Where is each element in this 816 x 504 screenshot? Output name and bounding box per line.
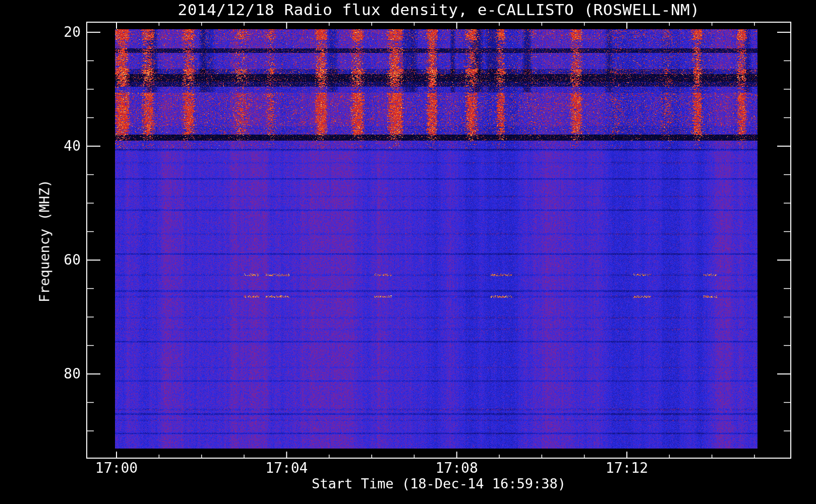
x-axis-label: Start Time (18-Dec-14 16:59:38) <box>87 476 791 491</box>
x-tick-label: 17:08 <box>417 460 497 477</box>
y-tick-label: 20 <box>10 24 81 41</box>
spectrogram-canvas <box>0 0 816 504</box>
y-tick-label: 60 <box>10 251 81 269</box>
x-tick-label: 17:04 <box>246 460 327 477</box>
chart-title: 2014/12/18 Radio flux density, e-CALLIST… <box>87 1 791 19</box>
x-tick-label: 17:00 <box>76 460 157 477</box>
y-tick-label: 40 <box>10 138 81 155</box>
spectrogram-page: 2014/12/18 Radio flux density, e-CALLIST… <box>0 0 816 504</box>
y-tick-label: 80 <box>10 365 81 383</box>
y-axis-label: Frequency (MHZ) <box>37 179 52 302</box>
x-tick-label: 17:12 <box>587 460 667 477</box>
